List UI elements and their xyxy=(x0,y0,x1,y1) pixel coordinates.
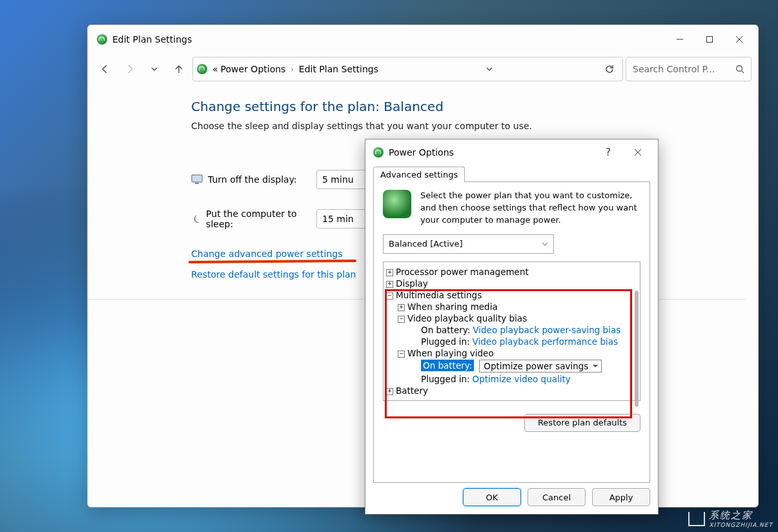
svg-rect-1 xyxy=(707,37,713,43)
svg-line-5 xyxy=(742,71,744,74)
dialog-button-row: OK Cancel Apply xyxy=(373,483,650,506)
display-timeout-label: Turn off the display: xyxy=(208,174,297,185)
tree-processor[interactable]: Processor power management xyxy=(396,267,529,277)
battery-large-icon xyxy=(383,190,411,218)
tab-advanced-settings[interactable]: Advanced settings xyxy=(373,167,465,182)
titlebar: Edit Plan Settings xyxy=(88,25,758,54)
settings-tree[interactable]: +Processor power management +Display −Mu… xyxy=(383,261,640,401)
collapse-icon[interactable]: − xyxy=(398,351,405,358)
power-options-icon xyxy=(97,34,107,45)
tree-playing-plugged-label: Plugged in: xyxy=(421,374,470,384)
moon-icon xyxy=(191,213,201,225)
page-heading: Change settings for the plan: Balanced xyxy=(191,99,745,114)
breadcrumb-seg-1[interactable]: Power Options xyxy=(221,64,286,74)
restore-defaults-link[interactable]: Restore default settings for this plan xyxy=(191,269,356,280)
nav-back-button[interactable] xyxy=(94,58,116,80)
monitor-icon xyxy=(191,174,203,185)
search-placeholder: Search Control P... xyxy=(633,64,715,74)
navigation-bar: « Power Options › Edit Plan Settings Sea… xyxy=(88,54,758,85)
close-button[interactable] xyxy=(724,29,754,50)
change-advanced-link[interactable]: Change advanced power settings xyxy=(191,249,342,259)
nav-recent-dropdown[interactable] xyxy=(143,58,165,80)
dialog-icon xyxy=(373,147,384,158)
breadcrumb[interactable]: « Power Options › Edit Plan Settings xyxy=(192,57,623,81)
restore-plan-defaults-button[interactable]: Restore plan defaults xyxy=(524,414,640,432)
chevron-down-icon xyxy=(542,241,548,247)
search-input[interactable]: Search Control P... xyxy=(626,57,752,81)
watermark: 系统之家 XITONGZHIJIA.NET xyxy=(688,509,773,528)
nav-up-button[interactable] xyxy=(168,58,190,80)
svg-rect-7 xyxy=(195,183,199,184)
tree-playing-battery-label: On battery: xyxy=(421,360,474,371)
minimize-button[interactable] xyxy=(665,29,695,50)
tree-playing-plugged-value[interactable]: Optimize video quality xyxy=(473,374,571,384)
tree-vpqb[interactable]: Video playback quality bias xyxy=(407,313,527,323)
expand-icon[interactable]: + xyxy=(386,281,393,288)
chevron-right-icon: › xyxy=(291,65,293,74)
svg-point-4 xyxy=(737,66,742,72)
tree-playing-battery-select[interactable]: Optimize power savings xyxy=(479,360,602,373)
dialog-titlebar: Power Options ? xyxy=(365,139,658,165)
cancel-button[interactable]: Cancel xyxy=(527,488,586,506)
collapse-icon[interactable]: − xyxy=(386,292,393,300)
expand-icon[interactable]: + xyxy=(386,269,393,276)
tree-vpqb-battery-value[interactable]: Video playback power-saving bias xyxy=(473,325,620,335)
power-options-dialog: Power Options ? Advanced settings Select… xyxy=(365,139,659,515)
ok-button[interactable]: OK xyxy=(463,488,521,506)
apply-button[interactable]: Apply xyxy=(592,488,650,506)
tree-playing-video[interactable]: When playing video xyxy=(407,348,494,358)
dialog-close-button[interactable] xyxy=(623,142,653,163)
breadcrumb-seg-2[interactable]: Edit Plan Settings xyxy=(299,64,378,74)
dialog-intro-text: Select the power plan that you want to c… xyxy=(420,190,640,227)
tree-vpqb-battery-label: On battery: xyxy=(421,325,470,335)
collapse-icon[interactable]: − xyxy=(398,316,405,323)
dialog-help-button[interactable]: ? xyxy=(593,142,623,163)
maximize-button[interactable] xyxy=(695,29,724,50)
expand-icon[interactable]: + xyxy=(386,388,393,395)
sleep-timeout-label: Put the computer to sleep: xyxy=(206,209,307,229)
tree-display[interactable]: Display xyxy=(396,278,428,289)
refresh-button[interactable] xyxy=(600,64,619,74)
breadcrumb-dropdown-icon[interactable] xyxy=(482,65,497,73)
tree-scrollbar[interactable] xyxy=(635,291,639,407)
tab-panel: Select the power plan that you want to c… xyxy=(373,181,650,483)
page-subtext: Choose the sleep and display settings th… xyxy=(191,121,745,131)
tree-battery[interactable]: Battery xyxy=(396,385,428,396)
tree-multimedia[interactable]: Multimedia settings xyxy=(396,290,482,300)
annotation-underline xyxy=(189,260,356,263)
tree-vpqb-plugged-label: Plugged in: xyxy=(421,336,470,347)
house-icon xyxy=(688,512,705,526)
window-title: Edit Plan Settings xyxy=(112,34,192,45)
tree-vpqb-plugged-value[interactable]: Video playback performance bias xyxy=(473,336,618,347)
search-icon xyxy=(735,65,744,74)
plan-select-dropdown[interactable]: Balanced [Active] xyxy=(383,234,554,254)
svg-rect-6 xyxy=(192,175,202,182)
nav-forward-button[interactable] xyxy=(119,58,141,80)
dialog-tabs: Advanced settings xyxy=(373,167,650,182)
tree-sharing[interactable]: When sharing media xyxy=(407,302,498,312)
expand-icon[interactable]: + xyxy=(398,304,405,311)
breadcrumb-icon xyxy=(197,64,207,74)
dialog-title: Power Options xyxy=(389,147,454,158)
